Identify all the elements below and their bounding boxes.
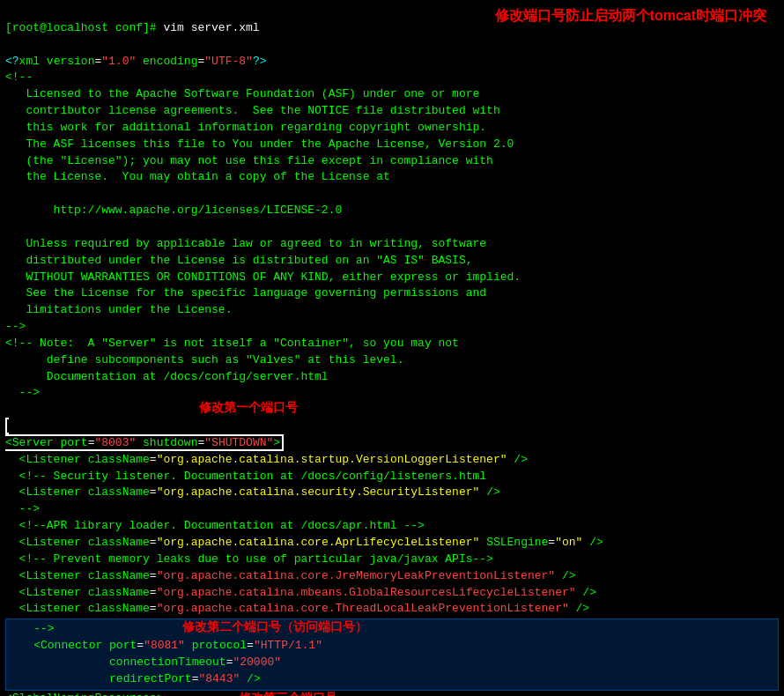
listener5: <Listener className="org.apache.catalina… bbox=[5, 585, 779, 602]
title-annotation: 修改端口号防止启动两个tomcat时端口冲突 bbox=[495, 7, 766, 26]
listener2: <Listener className="org.apache.catalina… bbox=[5, 485, 779, 501]
comment-line3: this work for additional information reg… bbox=[5, 120, 779, 137]
listener1: <Listener className="org.apache.catalina… bbox=[5, 452, 779, 469]
connector1-timeout: connectionTimeout="20000" bbox=[6, 655, 778, 671]
annotation2: 修改第二个端口号（访问端口号） bbox=[182, 619, 367, 635]
annotation3: 修改第三个端口号 bbox=[239, 691, 337, 696]
comment-line4: The ASF licenses this file to You under … bbox=[5, 137, 779, 153]
command: vim server.xml bbox=[163, 21, 259, 34]
connector-section: 修改第二个端口号（访问端口号） --> <Connector port="808… bbox=[5, 618, 779, 690]
xml-tag: xml bbox=[19, 55, 47, 68]
xml-enc-attr: encoding bbox=[136, 55, 197, 68]
xml-end: ?> bbox=[253, 55, 267, 68]
comment-distrib: distributed under the License is distrib… bbox=[5, 253, 779, 270]
comment-see: See the License for the specific languag… bbox=[5, 285, 779, 302]
global-naming-line: <GlobalNamingResources> bbox=[5, 691, 779, 696]
prompt: [root@localhost conf]# bbox=[5, 21, 163, 34]
mem-comment: <!-- Prevent memory leaks due to use of … bbox=[5, 552, 779, 568]
comment-start: <!-- bbox=[5, 70, 779, 86]
xml-bracket: <? bbox=[5, 55, 19, 68]
global-naming-container: 修改第三个端口号 <GlobalNamingResources> bbox=[5, 691, 779, 696]
note-line2: define subcomponents such as "Valves" at… bbox=[5, 352, 779, 369]
note-line1: <!-- Note: A "Server" is not itself a "C… bbox=[5, 336, 779, 352]
xml-enc-val: "UTF-8" bbox=[204, 55, 253, 68]
comment-blank2 bbox=[5, 219, 779, 236]
comment-limit: limitations under the License. bbox=[5, 302, 779, 319]
server-line: <Server port="8003" shutdown="SHUTDOWN"> bbox=[5, 402, 779, 452]
note-end: --> bbox=[5, 385, 779, 402]
annotation1: 修改第一个端口号 bbox=[199, 400, 298, 416]
comment-unless: Unless required by applicable law or agr… bbox=[5, 236, 779, 253]
security-comment: <!-- Security listener. Documentation at… bbox=[5, 469, 779, 485]
xml-ver-val: "1.0" bbox=[101, 55, 136, 68]
listener4: <Listener className="org.apache.catalina… bbox=[5, 568, 779, 585]
apr-comment: <!--APR library loader. Documentation at… bbox=[5, 518, 779, 535]
comment-line6: the License. You may obtain a copy of th… bbox=[5, 169, 779, 186]
connector1-line: <Connector port="8081" protocol="HTTP/1.… bbox=[6, 638, 778, 655]
comment-line2: contributor license agreements. See the … bbox=[5, 103, 779, 120]
comment-url: http://www.apache.org/licenses/LICENSE-2… bbox=[5, 203, 779, 219]
terminal-window: 修改端口号防止启动两个tomcat时端口冲突 [root@localhost c… bbox=[0, 0, 784, 696]
comment-without: WITHOUT WARRANTIES OR CONDITIONS OF ANY … bbox=[5, 270, 779, 286]
connector1-redirect: redirectPort="8443" /> bbox=[6, 671, 778, 688]
server-line-container: 修改第一个端口号 <Server port="8003" shutdown="S… bbox=[5, 402, 779, 452]
comment-end1: --> bbox=[5, 319, 779, 336]
connector-comment: --> bbox=[6, 621, 778, 638]
xml-ver-attr: version bbox=[47, 55, 95, 68]
comment-line5: (the "License"); you may not use this fi… bbox=[5, 153, 779, 170]
note-line3: Documentation at /docs/config/server.htm… bbox=[5, 369, 779, 386]
xml-decl-line: <?xml version="1.0" encoding="UTF-8"?> bbox=[5, 37, 779, 70]
comment-line1: Licensed to the Apache Software Foundati… bbox=[5, 86, 779, 103]
listener3: <Listener className="org.apache.catalina… bbox=[5, 535, 779, 552]
listener6: <Listener className="org.apache.catalina… bbox=[5, 601, 779, 618]
comment-blank bbox=[5, 186, 779, 203]
listener-comment-end: --> bbox=[5, 501, 779, 518]
